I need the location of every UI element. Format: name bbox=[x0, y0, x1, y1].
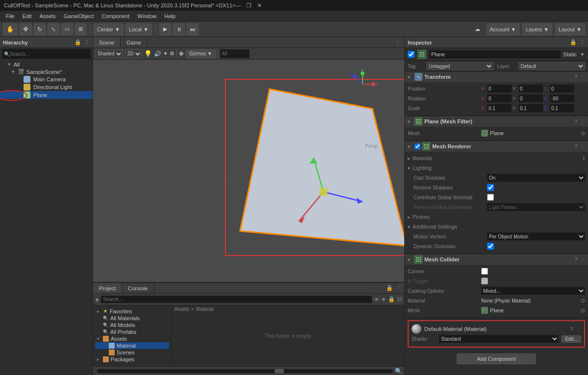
minimize-btn[interactable]: — bbox=[235, 2, 241, 9]
all-models-item[interactable]: 🔍 All Models bbox=[95, 322, 169, 328]
hierarchy-dots-icon[interactable]: ⋮ bbox=[84, 39, 90, 46]
proj-star-icon[interactable]: ★ bbox=[381, 296, 386, 303]
hierarchy-plane-item[interactable]: Plane bbox=[0, 91, 93, 99]
proj-eye-icon[interactable]: 👁 bbox=[374, 297, 379, 303]
menu-assets[interactable]: Assets bbox=[36, 12, 60, 20]
project-search-input[interactable] bbox=[101, 296, 372, 303]
transform-help-icon[interactable]: ? bbox=[574, 74, 577, 80]
menu-window[interactable]: Window bbox=[133, 12, 160, 20]
horizontal-scrollbar[interactable] bbox=[97, 369, 393, 373]
shader-select[interactable]: Standard bbox=[439, 335, 559, 343]
layers-btn[interactable]: Layers ▼ bbox=[522, 23, 552, 35]
step-btn[interactable]: ⏭ bbox=[187, 23, 198, 35]
menu-help[interactable]: Help bbox=[160, 12, 179, 20]
hierarchy-all-item[interactable]: ▾ All bbox=[0, 61, 93, 68]
mesh-renderer-enabled-checkbox[interactable] bbox=[415, 143, 420, 149]
receive-shadows-checkbox[interactable] bbox=[487, 184, 494, 191]
console-tab[interactable]: Console bbox=[122, 283, 154, 293]
hierarchy-search-input[interactable] bbox=[10, 51, 89, 57]
all-prefabs-item[interactable]: 🔍 All Prefabs bbox=[95, 328, 169, 335]
transform-header[interactable]: ▾ ⤡ Transform ? ⋮ bbox=[405, 71, 588, 82]
close-btn[interactable]: ✕ bbox=[257, 2, 262, 9]
transform-menu-icon[interactable]: ⋮ bbox=[580, 74, 585, 80]
material-help-icon[interactable]: ? bbox=[570, 326, 573, 332]
game-tab[interactable]: Game bbox=[121, 37, 147, 47]
material-menu-icon[interactable]: ⋮ bbox=[576, 326, 581, 332]
mesh-filter-help-icon[interactable]: ? bbox=[574, 119, 577, 124]
mc-help-icon[interactable]: ? bbox=[574, 257, 577, 262]
mesh-filter-menu-icon[interactable]: ⋮ bbox=[580, 119, 585, 124]
local-btn[interactable]: Local ▼ bbox=[125, 23, 152, 35]
mesh-filter-header[interactable]: ▾ Plane (Mesh Filter) ? ⋮ bbox=[405, 116, 588, 127]
hierarchy-lock-icon[interactable]: 🔒 bbox=[74, 39, 81, 46]
menu-component[interactable]: Component bbox=[98, 12, 133, 20]
add-component-btn[interactable]: Add Component bbox=[457, 353, 536, 364]
move-icon[interactable]: ✥ bbox=[179, 50, 184, 57]
hierarchy-light-item[interactable]: Directional Light bbox=[0, 83, 93, 91]
move-tool[interactable]: ✥ bbox=[20, 23, 32, 35]
object-enabled-checkbox[interactable] bbox=[408, 51, 415, 58]
rot-z-input[interactable] bbox=[550, 94, 574, 102]
pos-x-input[interactable] bbox=[487, 85, 512, 93]
convex-checkbox[interactable] bbox=[481, 268, 488, 275]
layer-select[interactable]: Default bbox=[518, 62, 586, 70]
mesh-renderer-header[interactable]: ▾ Mesh Renderer ? ⋮ bbox=[405, 141, 588, 152]
tag-select[interactable]: Untagged bbox=[426, 62, 493, 70]
probes-row[interactable]: ▸ Probes bbox=[408, 212, 585, 221]
lights-icon[interactable]: 💡 bbox=[144, 50, 152, 57]
rot-y-input[interactable] bbox=[518, 94, 543, 102]
rotate-tool[interactable]: ↻ bbox=[34, 23, 46, 35]
mr-menu-icon[interactable]: ⋮ bbox=[580, 144, 585, 149]
rot-x-input[interactable] bbox=[487, 94, 512, 102]
favorites-item[interactable]: ▸ ★ Favorites bbox=[95, 307, 169, 315]
edit-shader-btn[interactable]: Edit... bbox=[562, 335, 581, 343]
is-trigger-checkbox[interactable] bbox=[481, 278, 488, 284]
layout-btn[interactable]: Layout ▼ bbox=[555, 23, 585, 35]
mr-help-icon[interactable]: ? bbox=[574, 144, 577, 149]
mesh-collider-header[interactable]: ▾ Mesh Collider ? ⋮ bbox=[405, 254, 588, 265]
mesh-select-icon[interactable]: ⊙ bbox=[581, 130, 585, 137]
transform-tool[interactable]: ⊞ bbox=[75, 23, 86, 35]
project-dots-icon[interactable]: ⋮ bbox=[395, 285, 404, 291]
proj-lock2-icon[interactable]: 🔒 bbox=[388, 296, 395, 303]
inspector-lock-icon[interactable]: 🔒 bbox=[570, 39, 577, 46]
scene-search-input[interactable] bbox=[220, 49, 249, 58]
assets-item[interactable]: ▾ Assets bbox=[95, 335, 169, 342]
scale-x-input[interactable] bbox=[487, 104, 512, 112]
inspector-dots-icon[interactable]: ⋮ bbox=[580, 39, 585, 46]
project-tab[interactable]: Project bbox=[93, 283, 122, 293]
account-btn[interactable]: Account ▼ bbox=[487, 23, 520, 35]
all-materials-item[interactable]: 🔍 All Materials bbox=[95, 315, 169, 322]
pos-z-input[interactable] bbox=[550, 85, 574, 93]
scale-y-input[interactable] bbox=[518, 104, 543, 112]
cast-shadows-select[interactable]: On bbox=[487, 174, 585, 182]
scene-dots-icon[interactable]: ⋮ bbox=[85, 69, 91, 75]
pause-btn[interactable]: ⏸ bbox=[173, 23, 185, 35]
pos-y-input[interactable] bbox=[518, 85, 543, 93]
additional-settings-row[interactable]: ▾ Additional Settings bbox=[408, 222, 585, 231]
scene-tab-dots[interactable]: ⋮ bbox=[391, 39, 404, 46]
static-arrow[interactable]: ▼ bbox=[580, 51, 585, 57]
object-name-input[interactable] bbox=[429, 50, 561, 58]
lighting-header-row[interactable]: ▾ Lighting bbox=[408, 164, 585, 172]
assets-breadcrumb[interactable]: Assets bbox=[174, 306, 189, 312]
scene-extra-icon[interactable]: ⚙ bbox=[170, 50, 174, 57]
motion-vectors-select[interactable]: Per Object Motion bbox=[487, 233, 585, 240]
maximize-btn[interactable]: ❐ bbox=[246, 2, 251, 9]
cloud-btn[interactable]: ☁ bbox=[472, 23, 484, 35]
menu-gameobject[interactable]: GameObject bbox=[60, 12, 98, 20]
project-lock-icon[interactable]: 🔒 bbox=[384, 285, 395, 291]
collider-mesh-select-icon[interactable]: ⊙ bbox=[581, 307, 585, 314]
shading-mode-select[interactable]: Shaded bbox=[95, 49, 123, 58]
scale-z-input[interactable] bbox=[550, 104, 574, 112]
rect-tool[interactable]: ▭ bbox=[61, 23, 73, 35]
zoom-icon[interactable]: 🔍 bbox=[395, 368, 402, 375]
add-icon[interactable]: + bbox=[95, 296, 99, 304]
fx-icon[interactable]: ✦ bbox=[163, 50, 168, 57]
materials-header-row[interactable]: ▸ Materials 1 bbox=[408, 154, 585, 163]
dynamic-occlusion-checkbox[interactable] bbox=[487, 243, 494, 250]
menu-file[interactable]: File bbox=[2, 12, 19, 20]
play-btn[interactable]: ▶ bbox=[159, 23, 171, 35]
collider-material-select-icon[interactable]: ⊙ bbox=[581, 298, 585, 304]
scene-tab[interactable]: Scene bbox=[93, 37, 121, 47]
